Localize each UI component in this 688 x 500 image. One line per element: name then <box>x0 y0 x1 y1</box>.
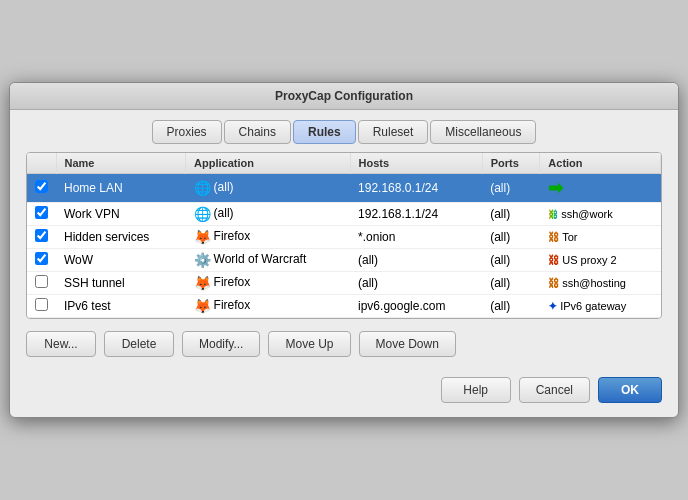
table-row[interactable]: IPv6 test 🦊Firefox ipv6.google.com (all)… <box>27 295 661 318</box>
firefox-icon: 🦊 <box>194 229 210 245</box>
main-window: ProxyCap Configuration Proxies Chains Ru… <box>9 82 679 418</box>
proxy-icon: ⛓ <box>548 254 559 266</box>
row-checkbox[interactable] <box>35 252 48 265</box>
move-down-button[interactable]: Move Down <box>359 331 456 357</box>
globe-icon: 🌐 <box>194 180 210 196</box>
row-hosts: 192.168.1.1/24 <box>350 203 482 226</box>
row-checkbox[interactable] <box>35 180 48 193</box>
row-name: Home LAN <box>56 174 186 203</box>
firefox-icon: 🦊 <box>194 298 210 314</box>
row-ports: (all) <box>482 272 540 295</box>
row-action: ⛓ ssh@work <box>540 203 661 226</box>
row-application: 🌐(all) <box>186 174 350 203</box>
rules-table-container: Name Application Hosts Ports Action Home… <box>26 152 662 319</box>
row-application: 🦊Firefox <box>186 226 350 249</box>
row-action: ⛓ Tor <box>540 226 661 249</box>
table-row[interactable]: WoW ⚙️World of Warcraft (all) (all) ⛓ US… <box>27 249 661 272</box>
row-name: WoW <box>56 249 186 272</box>
globe-icon: 🌐 <box>194 206 210 222</box>
row-checkbox[interactable] <box>35 275 48 288</box>
chain-icon: ⛓ <box>548 209 558 220</box>
new-button[interactable]: New... <box>26 331 96 357</box>
action-label: ssh@hosting <box>562 277 626 289</box>
row-application: ⚙️World of Warcraft <box>186 249 350 272</box>
proxy-icon: ⛓ <box>548 277 559 289</box>
arrow-icon: ➡ <box>548 178 563 198</box>
help-button[interactable]: Help <box>441 377 511 403</box>
row-hosts: *.onion <box>350 226 482 249</box>
row-application: 🦊Firefox <box>186 272 350 295</box>
tab-chains[interactable]: Chains <box>224 120 291 144</box>
action-buttons: New... Delete Modify... Move Up Move Dow… <box>10 319 678 369</box>
tab-rules[interactable]: Rules <box>293 120 356 144</box>
row-name: IPv6 test <box>56 295 186 318</box>
row-ports: (all) <box>482 226 540 249</box>
action-label: US proxy 2 <box>562 254 616 266</box>
table-row[interactable]: Hidden services 🦊Firefox *.onion (all) ⛓… <box>27 226 661 249</box>
tab-miscellaneous[interactable]: Miscellaneous <box>430 120 536 144</box>
window-title: ProxyCap Configuration <box>275 89 413 103</box>
action-label: Tor <box>562 231 577 243</box>
action-label: ssh@work <box>561 208 613 220</box>
row-action: ✦ IPv6 gateway <box>540 295 661 318</box>
row-checkbox-cell[interactable] <box>27 174 56 203</box>
ok-button[interactable]: OK <box>598 377 662 403</box>
proxy-icon: ⛓ <box>548 231 559 243</box>
modify-button[interactable]: Modify... <box>182 331 260 357</box>
row-ports: (all) <box>482 295 540 318</box>
cancel-button[interactable]: Cancel <box>519 377 590 403</box>
footer-buttons: Help Cancel OK <box>10 369 678 417</box>
row-application: 🦊Firefox <box>186 295 350 318</box>
row-name: Hidden services <box>56 226 186 249</box>
col-checkbox <box>27 153 56 174</box>
row-hosts: ipv6.google.com <box>350 295 482 318</box>
row-action: ⛓ ssh@hosting <box>540 272 661 295</box>
table-row[interactable]: SSH tunnel 🦊Firefox (all) (all) ⛓ ssh@ho… <box>27 272 661 295</box>
row-checkbox[interactable] <box>35 206 48 219</box>
tab-ruleset[interactable]: Ruleset <box>358 120 429 144</box>
row-checkbox-cell[interactable] <box>27 203 56 226</box>
row-hosts: (all) <box>350 272 482 295</box>
proxy-icon: ✦ <box>548 300 557 312</box>
row-ports: (all) <box>482 203 540 226</box>
move-up-button[interactable]: Move Up <box>268 331 350 357</box>
row-hosts: (all) <box>350 249 482 272</box>
row-application: 🌐(all) <box>186 203 350 226</box>
row-name: Work VPN <box>56 203 186 226</box>
row-name: SSH tunnel <box>56 272 186 295</box>
firefox-icon: 🦊 <box>194 275 210 291</box>
table-row[interactable]: Home LAN 🌐(all) 192.168.0.1/24 (all) ➡ <box>27 174 661 203</box>
row-action: ⛓ US proxy 2 <box>540 249 661 272</box>
col-action: Action <box>540 153 661 174</box>
row-checkbox-cell[interactable] <box>27 272 56 295</box>
col-name: Name <box>56 153 186 174</box>
rules-table: Name Application Hosts Ports Action Home… <box>27 153 661 318</box>
delete-button[interactable]: Delete <box>104 331 174 357</box>
action-label: IPv6 gateway <box>560 300 626 312</box>
wow-icon: ⚙️ <box>194 252 210 268</box>
tab-proxies[interactable]: Proxies <box>152 120 222 144</box>
row-ports: (all) <box>482 249 540 272</box>
row-checkbox-cell[interactable] <box>27 226 56 249</box>
row-checkbox-cell[interactable] <box>27 249 56 272</box>
table-row[interactable]: Work VPN 🌐(all) 192.168.1.1/24 (all) ⛓ s… <box>27 203 661 226</box>
row-hosts: 192.168.0.1/24 <box>350 174 482 203</box>
row-action: ➡ <box>540 174 661 203</box>
row-checkbox-cell[interactable] <box>27 295 56 318</box>
col-application: Application <box>186 153 350 174</box>
title-bar: ProxyCap Configuration <box>10 83 678 110</box>
row-ports: (all) <box>482 174 540 203</box>
col-ports: Ports <box>482 153 540 174</box>
row-checkbox[interactable] <box>35 298 48 311</box>
row-checkbox[interactable] <box>35 229 48 242</box>
col-hosts: Hosts <box>350 153 482 174</box>
tab-bar: Proxies Chains Rules Ruleset Miscellaneo… <box>10 110 678 152</box>
